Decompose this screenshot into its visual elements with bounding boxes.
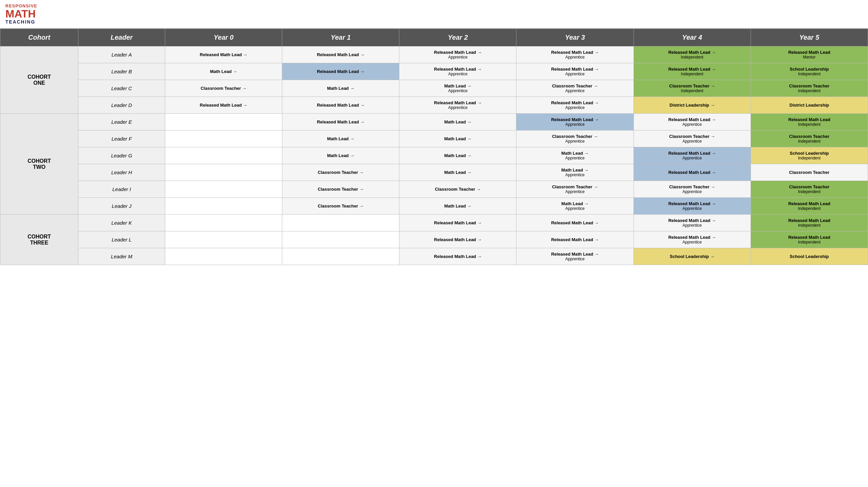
data-cell: Classroom Teacher →Apprentice xyxy=(517,130,633,147)
table-row: COHORT TWOLeader EReleased Math Lead →Ma… xyxy=(0,114,868,130)
leader-cell: Leader H xyxy=(79,164,165,181)
data-cell: Math Lead → xyxy=(399,164,517,181)
data-cell: School Leadership xyxy=(751,248,868,265)
data-cell: Classroom TeacherIndependent xyxy=(751,80,868,97)
table-row: Leader FMath Lead →Math Lead →Classroom … xyxy=(0,130,868,147)
data-cell: Released Math Lead →Apprentice xyxy=(633,114,751,130)
data-cell: Released Math Lead →Apprentice xyxy=(517,114,633,130)
data-cell: Released Math Lead →Apprentice xyxy=(399,46,517,63)
data-cell: Math Lead →Apprentice xyxy=(517,147,633,164)
data-cell xyxy=(282,215,399,231)
header-row: CohortLeaderYear 0Year 1Year 2Year 3Year… xyxy=(0,29,868,46)
data-cell: Classroom Teacher →Apprentice xyxy=(633,130,751,147)
data-cell xyxy=(282,248,399,265)
data-cell: Released Math Lead → xyxy=(517,231,633,248)
header: RESPONSIVE MATH TEACHING xyxy=(0,0,868,29)
data-cell: Math Lead → xyxy=(399,130,517,147)
data-cell: Classroom Teacher → xyxy=(282,198,399,215)
data-cell: Classroom Teacher → xyxy=(282,181,399,198)
data-cell: Classroom Teacher →Apprentice xyxy=(517,80,633,97)
data-cell xyxy=(165,231,282,248)
logo-responsive: RESPONSIVE xyxy=(5,3,863,8)
data-cell: Classroom Teacher →Independent xyxy=(633,80,751,97)
col-header-year-1: Year 1 xyxy=(282,29,399,46)
data-cell: Released Math Lead → xyxy=(282,63,399,80)
leader-cell: Leader D xyxy=(79,97,165,114)
table-row: Leader HClassroom Teacher →Math Lead →Ma… xyxy=(0,164,868,181)
data-cell: Classroom Teacher → xyxy=(282,164,399,181)
data-cell: Released Math Lead →Apprentice xyxy=(399,63,517,80)
data-cell xyxy=(165,164,282,181)
data-cell: Math Lead → xyxy=(399,147,517,164)
data-cell: District Leadership xyxy=(751,97,868,114)
table-row: Leader IClassroom Teacher →Classroom Tea… xyxy=(0,181,868,198)
cohort-cell: COHORT THREE xyxy=(0,215,79,265)
table-row: Leader GMath Lead →Math Lead →Math Lead … xyxy=(0,147,868,164)
leader-cell: Leader M xyxy=(79,248,165,265)
cohort-cell: COHORT TWO xyxy=(0,114,79,215)
data-cell xyxy=(165,181,282,198)
table-row: Leader BMath Lead →Released Math Lead →R… xyxy=(0,63,868,80)
data-cell: Math Lead → xyxy=(282,80,399,97)
data-cell: Released Math Lead → xyxy=(282,97,399,114)
data-cell: Math Lead → xyxy=(165,63,282,80)
leader-cell: Leader C xyxy=(79,80,165,97)
table-row: COHORT THREELeader KReleased Math Lead →… xyxy=(0,215,868,231)
cohort-cell: COHORT ONE xyxy=(0,46,79,114)
data-cell: Released Math Lead →Independent xyxy=(633,46,751,63)
data-cell: Released Math Lead → xyxy=(165,97,282,114)
data-cell: Classroom Teacher → xyxy=(165,80,282,97)
data-cell: Released Math Lead → xyxy=(399,215,517,231)
data-cell: School LeadershipIndependent xyxy=(751,147,868,164)
data-cell: Released Math Lead →Apprentice xyxy=(399,97,517,114)
data-cell: Released Math Lead → xyxy=(399,248,517,265)
leader-cell: Leader L xyxy=(79,231,165,248)
leader-cell: Leader E xyxy=(79,114,165,130)
data-cell: Classroom Teacher → xyxy=(399,181,517,198)
data-cell: Released Math Lead → xyxy=(165,46,282,63)
data-cell xyxy=(165,130,282,147)
col-header-year-2: Year 2 xyxy=(399,29,517,46)
col-header-year-3: Year 3 xyxy=(517,29,633,46)
col-header-leader: Leader xyxy=(79,29,165,46)
main-table: CohortLeaderYear 0Year 1Year 2Year 3Year… xyxy=(0,29,868,265)
logo-teaching: TEACHING xyxy=(5,19,863,25)
data-cell: District Leadership → xyxy=(633,97,751,114)
leader-cell: Leader K xyxy=(79,215,165,231)
data-cell: Released Math LeadIndependent xyxy=(751,198,868,215)
data-cell: Released Math Lead →Apprentice xyxy=(633,231,751,248)
data-cell: School Leadership → xyxy=(633,248,751,265)
col-header-year-0: Year 0 xyxy=(165,29,282,46)
table-row: Leader MReleased Math Lead →Released Mat… xyxy=(0,248,868,265)
leader-cell: Leader A xyxy=(79,46,165,63)
data-cell xyxy=(165,114,282,130)
data-cell: Released Math LeadIndependent xyxy=(751,215,868,231)
data-cell: Released Math Lead → xyxy=(399,231,517,248)
data-cell: Released Math Lead → xyxy=(282,46,399,63)
data-cell: Math Lead → xyxy=(399,198,517,215)
col-header-year-4: Year 4 xyxy=(633,29,751,46)
data-cell: Released Math Lead → xyxy=(282,114,399,130)
leader-cell: Leader F xyxy=(79,130,165,147)
data-cell: Math Lead → xyxy=(399,114,517,130)
data-cell xyxy=(165,198,282,215)
data-cell: Released Math Lead →Apprentice xyxy=(517,248,633,265)
leader-cell: Leader I xyxy=(79,181,165,198)
data-cell xyxy=(282,231,399,248)
data-cell: Math Lead → xyxy=(282,130,399,147)
data-cell xyxy=(165,215,282,231)
data-cell: Math Lead →Apprentice xyxy=(517,164,633,181)
data-cell: Classroom TeacherIndependent xyxy=(751,181,868,198)
logo: RESPONSIVE MATH TEACHING xyxy=(5,3,863,25)
leader-cell: Leader J xyxy=(79,198,165,215)
leader-cell: Leader B xyxy=(79,63,165,80)
logo-math: MATH xyxy=(5,8,863,19)
data-cell: Released Math Lead →Apprentice xyxy=(633,215,751,231)
table-row: Leader DReleased Math Lead →Released Mat… xyxy=(0,97,868,114)
data-cell: Classroom Teacher →Apprentice xyxy=(633,181,751,198)
leader-cell: Leader G xyxy=(79,147,165,164)
data-cell: Released Math Lead →Apprentice xyxy=(633,198,751,215)
col-header-cohort: Cohort xyxy=(0,29,79,46)
data-cell: Released Math Lead →Apprentice xyxy=(517,97,633,114)
data-cell: Released Math Lead →Apprentice xyxy=(517,46,633,63)
